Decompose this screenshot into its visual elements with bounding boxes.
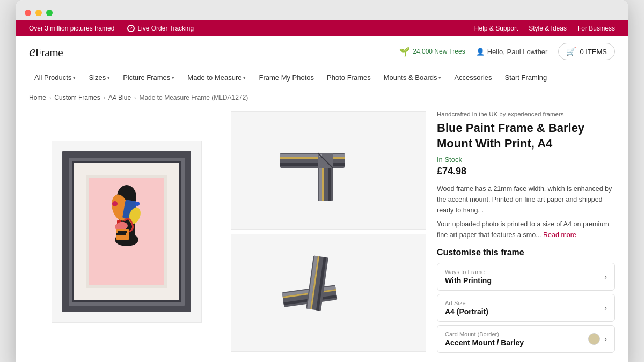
art-size-option[interactable]: Art Size A4 (Portrait) › <box>437 294 615 322</box>
ways-to-frame-value: With Printing <box>445 276 492 285</box>
main-content: Handcrafted in the UK by experienced fra… <box>16 107 628 362</box>
breadcrumb-separator: › <box>49 95 51 101</box>
svg-rect-21 <box>280 154 345 157</box>
ways-to-frame-label: Ways to Frame <box>445 269 492 275</box>
top-banner: Over 3 million pictures framed ✓ Live Or… <box>16 20 628 36</box>
tracking-text: Live Order Tracking <box>137 25 194 32</box>
main-product-image <box>52 141 202 323</box>
nav-made-to-measure[interactable]: Made to Measure ▾ <box>182 67 251 88</box>
live-tracking: ✓ Live Order Tracking <box>127 25 194 32</box>
breadcrumb-a4-blue[interactable]: A4 Blue <box>108 94 131 101</box>
svg-rect-16 <box>116 233 126 235</box>
svg-rect-15 <box>118 231 127 233</box>
nav-all-products[interactable]: All Products ▾ <box>29 67 81 88</box>
banner-promo-text: Over 3 million pictures framed <box>29 25 114 32</box>
style-ideas-link[interactable]: Style & Ideas <box>529 25 567 32</box>
frame-corner-top-svg <box>269 123 387 217</box>
option-right: › <box>604 272 607 281</box>
gallery-image-bottom[interactable] <box>231 234 426 352</box>
for-business-link[interactable]: For Business <box>577 25 615 32</box>
nav-frame-my-photos[interactable]: Frame My Photos <box>253 67 319 88</box>
gallery-secondary-images <box>231 107 433 356</box>
header-right: 🌱 24,000 New Trees 👤 Hello, Paul Lowther… <box>399 43 615 60</box>
user-info: 👤 Hello, Paul Lowther <box>476 48 548 56</box>
main-nav: All Products ▾ Sizes ▾ Picture Frames ▾ … <box>16 67 628 88</box>
gallery-main-image[interactable] <box>29 107 231 356</box>
svg-point-17 <box>112 201 118 206</box>
chevron-right-icon: › <box>604 272 607 281</box>
browser-chrome <box>16 0 628 20</box>
card-mount-label: Card Mount (Border) <box>445 331 524 337</box>
breadcrumb: Home › Custom Frames › A4 Blue › Made to… <box>16 88 628 107</box>
nav-picture-frames[interactable]: Picture Frames ▾ <box>118 67 180 88</box>
breadcrumb-current: Made to Measure Frame (MLDA1272) <box>139 94 248 101</box>
nav-photo-frames[interactable]: Photo Frames <box>321 67 376 88</box>
svg-rect-23 <box>280 157 345 159</box>
option-right: › <box>588 333 607 345</box>
read-more-link[interactable]: Read more <box>543 231 576 239</box>
chevron-down-icon: ▾ <box>107 75 110 80</box>
option-content: Card Mount (Border) Accent Mount / Barle… <box>445 331 524 347</box>
cart-button[interactable]: 🛒 0 ITEMS <box>558 43 615 60</box>
chevron-right-icon: › <box>604 304 607 312</box>
ways-to-frame-option[interactable]: Ways to Frame With Printing › <box>437 263 615 291</box>
option-content: Ways to Frame With Printing <box>445 269 492 285</box>
browser-window: Over 3 million pictures framed ✓ Live Or… <box>16 0 628 362</box>
option-right: › <box>604 304 607 312</box>
breadcrumb-separator: › <box>104 95 105 101</box>
banner-left: Over 3 million pictures framed ✓ Live Or… <box>29 25 194 32</box>
banner-links: Help & Support Style & Ideas For Busines… <box>474 25 615 32</box>
product-description-2: Your uploaded photo is printed to a size… <box>437 219 615 240</box>
card-mount-option[interactable]: Card Mount (Border) Accent Mount / Barle… <box>437 325 615 353</box>
art-size-value: A4 (Portrait) <box>445 307 488 316</box>
stock-status: In Stock <box>437 156 615 164</box>
handcrafted-label: Handcrafted in the UK by experienced fra… <box>437 111 615 117</box>
nav-start-framing[interactable]: Start Framing <box>500 67 553 88</box>
product-price: £74.98 <box>437 166 615 177</box>
product-info: Handcrafted in the UK by experienced fra… <box>433 107 615 356</box>
breadcrumb-separator: › <box>134 95 136 101</box>
trees-count: 24,000 New Trees <box>413 48 465 55</box>
site-header: eFrame 🌱 24,000 New Trees 👤 Hello, Paul … <box>16 36 628 67</box>
svg-rect-22 <box>280 163 345 166</box>
cart-label: 0 ITEMS <box>580 48 607 56</box>
art-size-label: Art Size <box>445 300 488 306</box>
gallery-image-top[interactable] <box>231 111 426 230</box>
site-logo[interactable]: eFrame <box>29 43 63 60</box>
nav-mounts-boards[interactable]: Mounts & Boards ▾ <box>378 67 447 88</box>
help-support-link[interactable]: Help & Support <box>474 25 518 32</box>
chevron-down-icon: ▾ <box>73 75 76 80</box>
tracking-icon: ✓ <box>127 25 135 32</box>
chevron-down-icon: ▾ <box>172 75 174 80</box>
product-description: Wood frame has a 21mm face width, which … <box>437 183 615 216</box>
option-content: Art Size A4 (Portrait) <box>445 300 488 316</box>
cart-icon: 🛒 <box>566 47 576 56</box>
trees-badge: 🌱 24,000 New Trees <box>399 47 465 57</box>
frame-corner-bottom-svg <box>269 246 387 339</box>
chevron-right-icon: › <box>604 335 607 343</box>
user-icon: 👤 <box>476 48 485 56</box>
card-mount-value: Accent Mount / Barley <box>445 338 524 347</box>
chevron-down-icon: ▾ <box>438 75 441 80</box>
mount-color-swatch <box>588 333 600 345</box>
minimize-dot[interactable] <box>35 10 42 16</box>
breadcrumb-custom-frames[interactable]: Custom Frames <box>54 94 100 101</box>
customise-title: Customise this frame <box>437 248 615 257</box>
maximize-dot[interactable] <box>46 10 53 16</box>
breadcrumb-home[interactable]: Home <box>29 94 46 101</box>
svg-point-18 <box>135 202 140 206</box>
chevron-down-icon: ▾ <box>243 75 246 80</box>
close-dot[interactable] <box>25 10 31 16</box>
nav-accessories[interactable]: Accessories <box>449 67 497 88</box>
frame-artwork-svg <box>57 146 196 317</box>
product-title: Blue Paint Frame & Barley Mount With Pri… <box>437 121 615 151</box>
user-greeting: Hello, Paul Lowther <box>487 48 548 56</box>
tree-icon: 🌱 <box>399 47 410 57</box>
nav-sizes[interactable]: Sizes ▾ <box>83 67 115 88</box>
